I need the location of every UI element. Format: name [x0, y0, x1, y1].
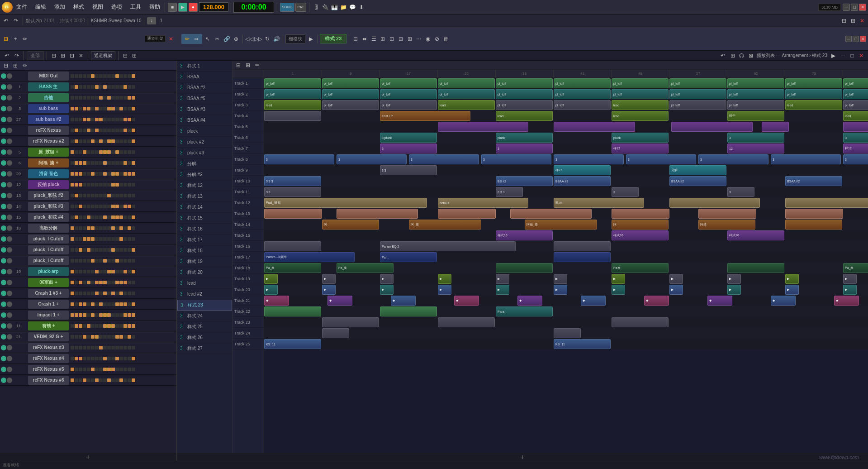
pad[interactable]: [115, 150, 119, 154]
pad[interactable]: [107, 259, 111, 263]
pad[interactable]: [128, 368, 131, 371]
track-clip[interactable]: Pa_奏: [843, 263, 868, 273]
pad[interactable]: [128, 183, 131, 187]
pad[interactable]: [95, 378, 99, 382]
pad[interactable]: [87, 150, 90, 154]
track-clip[interactable]: ▶: [612, 285, 625, 295]
pad[interactable]: [115, 107, 119, 110]
pattern-item[interactable]: 3 lead: [177, 278, 232, 289]
pad[interactable]: [79, 313, 82, 317]
track-clip[interactable]: ▶: [785, 274, 799, 284]
pad[interactable]: [128, 346, 131, 349]
close-btn[interactable]: ✕: [859, 4, 866, 11]
pad[interactable]: [95, 335, 99, 339]
pl-filter-icon[interactable]: ⋯: [415, 35, 423, 43]
ch-mute-btn[interactable]: [7, 106, 12, 111]
pad[interactable]: [91, 226, 95, 230]
zoom-out-icon[interactable]: ◁◁: [245, 35, 253, 43]
pad[interactable]: [103, 335, 107, 339]
ch-mute-btn[interactable]: [7, 95, 12, 100]
channel-name-label[interactable]: reFX Nexus #4: [28, 354, 69, 363]
minimize-btn[interactable]: ─: [843, 4, 850, 11]
pad[interactable]: [99, 183, 103, 187]
channel-row[interactable]: 06军鼓 +: [0, 277, 176, 288]
pad[interactable]: [75, 215, 78, 219]
pad[interactable]: [103, 129, 107, 132]
pad[interactable]: [119, 324, 123, 328]
pad[interactable]: [115, 226, 119, 230]
pad[interactable]: [95, 237, 99, 241]
track-clip[interactable]: ▶: [669, 274, 683, 284]
pad[interactable]: [123, 205, 127, 208]
pattern-item[interactable]: 3 样式 1: [177, 61, 232, 72]
pl-minimize[interactable]: ─: [845, 36, 852, 42]
pad[interactable]: [107, 74, 111, 78]
ch-green-btn[interactable]: [1, 106, 6, 111]
pad[interactable]: [71, 237, 74, 241]
pad[interactable]: [75, 107, 78, 110]
ch-mute-btn[interactable]: [7, 128, 12, 133]
track-clip[interactable]: ▶: [612, 274, 625, 284]
pad[interactable]: [119, 259, 123, 263]
ch-green-btn[interactable]: [1, 291, 6, 296]
pad[interactable]: [91, 150, 95, 154]
track-clip[interactable]: lead: [612, 111, 669, 121]
track-clip[interactable]: ◆: [327, 296, 352, 306]
pad[interactable]: [95, 205, 99, 208]
bc-icon1[interactable]: ⊟: [50, 52, 58, 60]
channel-row[interactable]: pluck_l Cutoff: [0, 255, 176, 266]
ch-green-btn[interactable]: [1, 193, 6, 198]
channel-name-label[interactable]: reFX Nexus #6: [28, 376, 69, 385]
pad[interactable]: [128, 205, 131, 208]
pad[interactable]: [79, 172, 82, 176]
ch-mute-btn[interactable]: [7, 291, 12, 296]
track-clip[interactable]: 样式16: [612, 230, 669, 240]
track-clip[interactable]: pl_toff: [669, 89, 726, 99]
track-clip[interactable]: pl_toff: [612, 78, 669, 88]
channel-name-label[interactable]: BASS 主: [28, 82, 69, 91]
channel-row[interactable]: 12 反拍 pluck: [0, 179, 176, 190]
channel-name-label[interactable]: 06军鼓 +: [28, 278, 69, 287]
channel-close-icon[interactable]: ✕: [167, 35, 175, 43]
pad[interactable]: [103, 118, 107, 121]
track-lane[interactable]: pl_toffpl_toffpl_toffpl_toffpl_toffpl_to…: [264, 89, 868, 100]
pad[interactable]: [71, 129, 74, 132]
channel-row[interactable]: 14 pluck_和弦 #3: [0, 201, 176, 212]
channel-name-label[interactable]: 滑音 音色: [28, 169, 69, 178]
mixer-icon[interactable]: 🎛: [312, 3, 320, 11]
pad[interactable]: [75, 96, 78, 100]
pad[interactable]: [128, 302, 131, 306]
pad[interactable]: [79, 259, 82, 263]
track-clip[interactable]: pl_toff: [438, 78, 495, 88]
pad[interactable]: [119, 194, 123, 197]
pad[interactable]: [123, 183, 127, 187]
ch-mute-btn[interactable]: [7, 356, 12, 361]
pad[interactable]: [87, 96, 90, 100]
track-lane[interactable]: 样式16样式16样式16样式163 样式16样式16: [264, 230, 868, 241]
pad[interactable]: [75, 313, 78, 317]
track-clip[interactable]: 3: [727, 133, 784, 143]
pad[interactable]: [107, 335, 111, 339]
bc-icon2[interactable]: ⊞: [59, 52, 67, 60]
track-clip[interactable]: [264, 111, 321, 121]
channel-row[interactable]: 13 pluck_和弦 #2: [0, 190, 176, 201]
pad[interactable]: [95, 150, 99, 154]
ch-green-btn[interactable]: [1, 258, 6, 263]
track-lane[interactable]: Param...3 频率Par...: [264, 252, 868, 263]
track-clip[interactable]: [554, 252, 611, 262]
back-nav-icon[interactable]: ↶: [3, 52, 11, 60]
pad[interactable]: [71, 226, 74, 230]
track-clip[interactable]: pl_toff: [380, 78, 437, 88]
ch-mute-btn[interactable]: [7, 323, 12, 329]
pad[interactable]: [128, 107, 131, 110]
pad[interactable]: [71, 172, 74, 176]
pad[interactable]: [87, 85, 90, 89]
pad[interactable]: [87, 139, 90, 143]
pad[interactable]: [123, 335, 127, 339]
channel-name-label[interactable]: 阿福_揍 +: [28, 158, 69, 168]
track-clip[interactable]: BSAA #2: [785, 176, 842, 186]
channel-name-label[interactable]: Impact 1 +: [28, 311, 69, 320]
pad[interactable]: [128, 215, 131, 219]
menu-file[interactable]: 文件: [14, 2, 29, 12]
pad[interactable]: [87, 378, 90, 382]
